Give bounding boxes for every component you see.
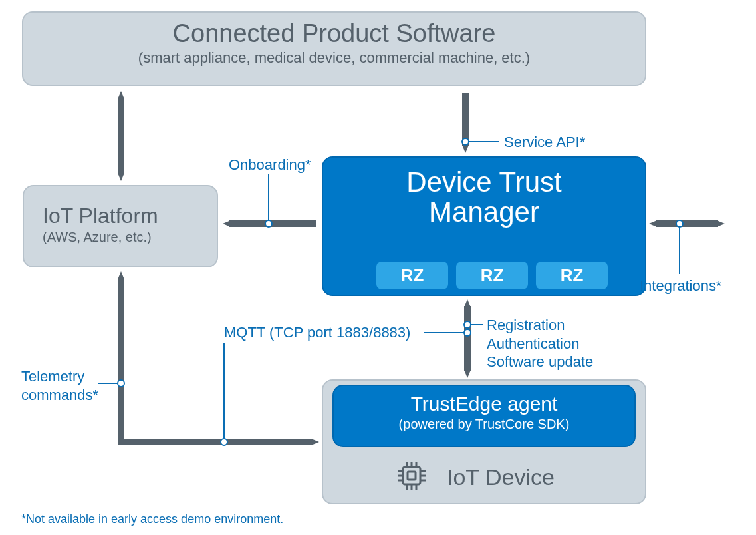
footnote: *Not available in early access demo envi… xyxy=(21,512,283,526)
architecture-diagram: Connected Product Software (smart applia… xyxy=(0,0,756,535)
callout-reg-dot xyxy=(464,321,471,328)
connected-product-title: Connected Product Software xyxy=(23,19,645,48)
label-service-api: Service API* xyxy=(504,133,585,152)
label-onboarding: Onboarding* xyxy=(229,156,311,174)
arrow-iotplatform-iotdevice xyxy=(121,278,313,442)
iot-platform-title: IoT Platform xyxy=(43,204,217,228)
dtm-title-line2: Manager xyxy=(429,196,539,228)
label-integrations: Integrations* xyxy=(640,277,722,295)
rz-pill-0: RZ xyxy=(376,262,448,289)
callout-telemetry-dot xyxy=(118,380,124,387)
callout-service-api-dot xyxy=(462,138,469,145)
box-connected-product-software: Connected Product Software (smart applia… xyxy=(22,11,646,86)
iot-platform-subtitle: (AWS, Azure, etc.) xyxy=(43,230,217,245)
callout-onboarding-dot xyxy=(265,220,272,227)
label-dtm-te-line2: Authentication xyxy=(487,335,593,353)
label-telemetry: Telemetry commands* xyxy=(21,367,98,404)
box-trustedge-agent: TrustEdge agent (powered by TrustCore SD… xyxy=(332,385,636,447)
chip-icon xyxy=(395,459,428,495)
box-device-trust-manager: Device Trust Manager RZ RZ RZ xyxy=(322,156,646,296)
callout-mqtt-dot xyxy=(464,329,471,336)
dtm-title-line1: Device Trust xyxy=(406,166,561,198)
label-mqtt: MQTT (TCP port 1883/8883) xyxy=(224,323,410,342)
callout-mqtt-dot2 xyxy=(221,439,227,445)
rz-pill-1: RZ xyxy=(456,262,528,289)
callout-integrations-dot xyxy=(676,220,683,227)
svg-rect-0 xyxy=(403,467,420,484)
rz-pill-2: RZ xyxy=(536,262,608,289)
box-iot-platform: IoT Platform (AWS, Azure, etc.) xyxy=(23,185,218,268)
trustedge-subtitle: (powered by TrustCore SDK) xyxy=(334,417,634,432)
connected-product-subtitle: (smart appliance, medical device, commer… xyxy=(23,49,645,67)
svg-rect-1 xyxy=(408,472,416,480)
label-dtm-te-line1: Registration xyxy=(487,316,593,335)
iot-device-label: IoT Device xyxy=(447,464,555,490)
trustedge-title: TrustEdge agent xyxy=(334,393,634,415)
label-dtm-te-line3: Software update xyxy=(487,353,593,371)
